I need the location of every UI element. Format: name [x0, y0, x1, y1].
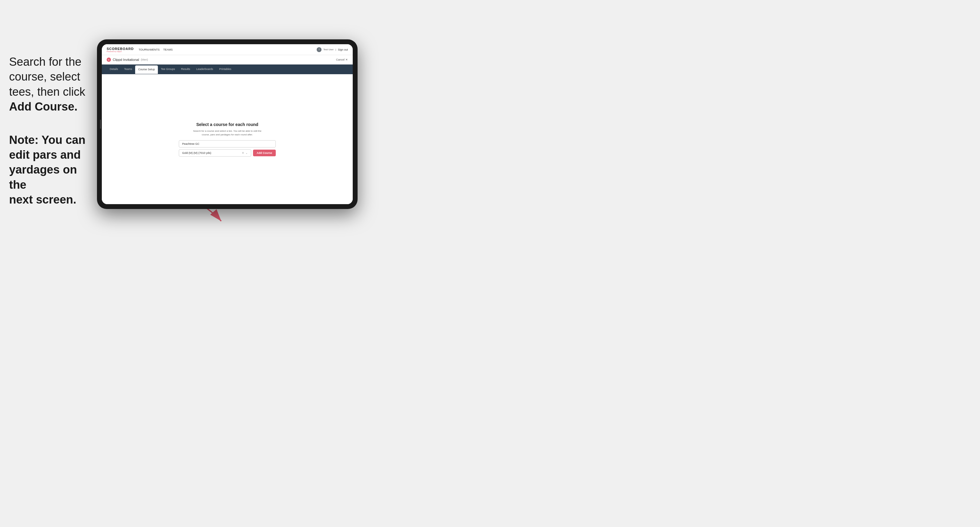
nav-separator: | — [336, 48, 336, 51]
tab-results[interactable]: Results — [178, 65, 193, 74]
annotation-note2: edit pars and — [9, 148, 81, 161]
course-search-input[interactable] — [179, 140, 276, 148]
tournament-header: C Clippd Invitational (Men) Cancel ✕ — [102, 55, 353, 65]
chevron-icon[interactable]: ⌄ — [245, 151, 248, 154]
left-annotation: Search for the course, select tees, then… — [9, 54, 94, 208]
tablet-screen: SCOREBOARD Powered by clippd TOURNAMENTS… — [102, 44, 353, 204]
navbar: SCOREBOARD Powered by clippd TOURNAMENTS… — [102, 44, 353, 55]
tab-leaderboards[interactable]: Leaderboards — [193, 65, 216, 74]
section-desc: Search for a course and select a tee. Yo… — [179, 129, 276, 137]
tournament-logo: C — [107, 57, 111, 62]
clear-icon[interactable]: ✕ — [242, 151, 244, 154]
annotation-note4: next screen. — [9, 193, 76, 206]
signout-link[interactable]: Sign out — [338, 48, 348, 51]
tournament-name: Clippd Invitational — [113, 58, 139, 62]
annotation-note3: yardages on the — [9, 163, 77, 191]
logo-title: SCOREBOARD — [107, 47, 134, 51]
cancel-button[interactable]: Cancel ✕ — [336, 58, 348, 61]
tablet-side-button — [100, 120, 101, 129]
logo-area: SCOREBOARD Powered by clippd — [107, 47, 134, 52]
tab-course-setup[interactable]: Course Setup — [135, 65, 158, 74]
tee-select-controls: ✕ ⌄ — [242, 151, 248, 154]
annotation-line1: Search for the — [9, 56, 81, 68]
tab-navigation: Details Teams Course Setup Tee Groups Re… — [102, 65, 353, 74]
course-section: Select a course for each round Search fo… — [179, 122, 276, 157]
annotation-line3: tees, then click — [9, 86, 85, 98]
nav-teams[interactable]: TEAMS — [163, 48, 173, 51]
add-course-button[interactable]: Add Course — [253, 149, 276, 156]
cancel-icon: ✕ — [345, 58, 348, 61]
tab-printables[interactable]: Printables — [216, 65, 234, 74]
tab-tee-groups[interactable]: Tee Groups — [158, 65, 178, 74]
navbar-right: T Test User | Sign out — [317, 47, 348, 52]
tee-select-row: Gold (M) (M) (7010 yds) ✕ ⌄ Add Course — [179, 149, 276, 157]
user-label: Test User — [323, 48, 334, 51]
tournament-title: C Clippd Invitational (Men) — [107, 57, 148, 62]
tablet-device: SCOREBOARD Powered by clippd TOURNAMENTS… — [97, 40, 358, 209]
tournament-badge: (Men) — [141, 58, 148, 61]
user-avatar: T — [317, 47, 321, 52]
annotation-bold: Add Course. — [9, 100, 78, 113]
navbar-left: SCOREBOARD Powered by clippd TOURNAMENTS… — [107, 47, 173, 52]
cancel-label: Cancel — [336, 58, 345, 61]
tee-value: Gold (M) (M) (7010 yds) — [182, 151, 211, 154]
tab-details[interactable]: Details — [107, 65, 121, 74]
annotation-note1: Note: You can — [9, 133, 86, 146]
section-title: Select a course for each round — [179, 122, 276, 127]
tee-select[interactable]: Gold (M) (M) (7010 yds) ✕ ⌄ — [179, 149, 251, 157]
main-content: Select a course for each round Search fo… — [102, 74, 353, 204]
nav-tournaments[interactable]: TOURNAMENTS — [138, 48, 159, 51]
nav-links: TOURNAMENTS TEAMS — [138, 48, 172, 51]
annotation-line2: course, select — [9, 70, 80, 83]
tab-teams[interactable]: Teams — [121, 65, 135, 74]
logo-sub: Powered by clippd — [107, 51, 134, 52]
